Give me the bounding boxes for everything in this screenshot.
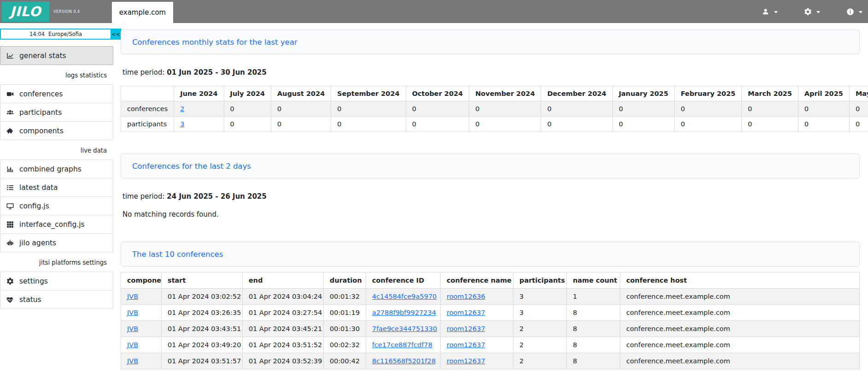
chevron-down-icon (816, 11, 820, 13)
conference-id-link[interactable]: fce17ce887fcdf78 (372, 341, 432, 349)
component: JVB (121, 305, 162, 321)
time-period-value: 01 Jun 2025 - 30 Jun 2025 (167, 68, 267, 77)
conference-id-link[interactable]: a2788f9bf9927234 (372, 309, 436, 316)
column-header: end (243, 272, 324, 289)
last10-title-link[interactable]: The last 10 conferences (132, 250, 223, 259)
last2days-time-period: time period: 24 Jun 2025 - 26 Jun 2025 (122, 192, 860, 201)
name-count: 8 (567, 337, 620, 353)
time-zone: Europe/Sofia (48, 31, 82, 37)
column-header: conference name (441, 272, 513, 289)
conference-id: 8c116568f5201f28 (366, 353, 441, 369)
users-icon (6, 108, 14, 117)
start: 01 Apr 2024 03:43:51 (162, 321, 243, 337)
sidebar-item-jilo-agents[interactable]: jilo agents (0, 233, 113, 252)
grid-icon (6, 220, 14, 229)
sidebar-item-latest-data[interactable]: latest data (0, 178, 113, 197)
version-label: VERSION 0.4 (53, 9, 80, 14)
bar-chart-icon (6, 165, 14, 173)
user-icon (761, 7, 770, 16)
conference-id: 7fae9ce344751330 (366, 321, 441, 337)
month-value-link[interactable]: 3 (180, 120, 184, 128)
column-header: name count (567, 272, 620, 289)
sidebar-item-status[interactable]: status (0, 290, 113, 309)
column-header: March 2025 (742, 86, 798, 101)
conference-name-link[interactable]: room12637 (447, 325, 485, 332)
table-row: JVB01 Apr 2024 03:49:2001 Apr 2024 03:51… (121, 337, 860, 353)
monthly-stats-table: June 2024July 2024August 2024September 2… (121, 86, 868, 132)
column-header: duration (324, 272, 366, 289)
participants: 2 (513, 337, 567, 353)
sidebar-item-label: combined graphs (19, 165, 82, 173)
component: JVB (121, 289, 162, 305)
gear-icon (6, 277, 14, 285)
column-header: July 2024 (224, 86, 271, 101)
month-value: 0 (742, 117, 798, 132)
sidebar-item-label: components (19, 127, 64, 135)
component-link[interactable]: JVB (127, 341, 138, 349)
conference-name: room12636 (441, 289, 513, 305)
component-link[interactable]: JVB (127, 325, 138, 332)
row-label: conferences (121, 101, 174, 117)
month-value: 0 (331, 117, 406, 132)
month-value: 0 (675, 117, 742, 132)
monthly-stats-card-header: Conferences monthly stats for the last y… (121, 30, 860, 54)
last2days-title-link[interactable]: Conferences for the last 2 days (132, 162, 251, 171)
name-count: 8 (567, 321, 620, 337)
month-value: 0 (541, 117, 612, 132)
start: 01 Apr 2024 03:49:20 (162, 337, 243, 353)
info-icon (846, 7, 855, 16)
table-row: JVB01 Apr 2024 03:26:3501 Apr 2024 03:27… (121, 305, 860, 321)
platform-tab-example-com[interactable]: example.com (112, 2, 173, 23)
sidebar-item-interface-config-js[interactable]: interface_config.js (0, 215, 113, 234)
table-row: JVB01 Apr 2024 03:43:5101 Apr 2024 03:45… (121, 321, 860, 337)
user-menu-toggle[interactable] (761, 7, 778, 16)
conference-name-link[interactable]: room12636 (447, 293, 485, 300)
month-value: 0 (849, 101, 868, 117)
conference-id-link[interactable]: 4c14584fce9a5970 (372, 293, 437, 300)
sidebar-item-config-js[interactable]: config.js (0, 196, 113, 215)
sidebar-item-settings[interactable]: settings (0, 272, 113, 290)
component-link[interactable]: JVB (127, 293, 138, 300)
heart-pulse-icon (6, 296, 14, 304)
robot-icon (6, 239, 14, 247)
component-link[interactable]: JVB (127, 309, 138, 316)
table-row: participants3000000000000 (121, 117, 868, 132)
end: 01 Apr 2024 03:52:39 (243, 353, 324, 369)
conference-name-link[interactable]: room12637 (447, 357, 485, 365)
sidebar-item-participants[interactable]: participants (0, 103, 113, 122)
sidebar-time-row: 14:04 Europe/Sofia << (0, 29, 121, 40)
sidebar-item-combined-graphs[interactable]: combined graphs (0, 160, 113, 178)
start: 01 Apr 2024 03:02:52 (162, 289, 243, 305)
sidebar-item-label: latest data (19, 184, 58, 192)
settings-menu-toggle[interactable] (804, 7, 820, 16)
month-value: 0 (331, 101, 406, 117)
sidebar-item-label: participants (19, 108, 62, 117)
sidebar-item-conferences[interactable]: conferences (0, 84, 113, 103)
conference-id: fce17ce887fcdf78 (366, 337, 441, 353)
conference-id-link[interactable]: 7fae9ce344751330 (372, 325, 437, 332)
conference-name-link[interactable]: room12637 (447, 309, 485, 316)
component-link[interactable]: JVB (127, 357, 138, 365)
sidebar-item-label: conferences (19, 90, 63, 98)
conference-name-link[interactable]: room12637 (447, 341, 485, 349)
sidebar-item-general-stats[interactable]: general stats (0, 46, 113, 65)
month-value-link[interactable]: 2 (180, 105, 184, 112)
conference-id: 4c14584fce9a5970 (366, 289, 441, 305)
month-value: 2 (174, 101, 224, 117)
chevron-down-icon (774, 11, 778, 13)
column-header: September 2024 (331, 86, 406, 101)
sidebar-item-label: config.js (19, 202, 49, 210)
month-value: 0 (469, 101, 541, 117)
info-menu-toggle[interactable] (846, 7, 862, 16)
conference-id-link[interactable]: 8c116568f5201f28 (372, 357, 436, 365)
conference-host: conference.meet.example.com (620, 337, 860, 353)
conference-name: room12637 (441, 353, 513, 369)
monthly-stats-title-link[interactable]: Conferences monthly stats for the last y… (132, 38, 297, 47)
component: JVB (121, 353, 162, 369)
list-icon (6, 184, 14, 192)
video-icon (6, 90, 14, 98)
table-header-row: componentstartenddurationconference IDco… (121, 272, 860, 289)
app-logo[interactable]: JILO (2, 1, 49, 22)
sidebar-item-components[interactable]: components (0, 121, 113, 140)
component: JVB (121, 321, 162, 337)
